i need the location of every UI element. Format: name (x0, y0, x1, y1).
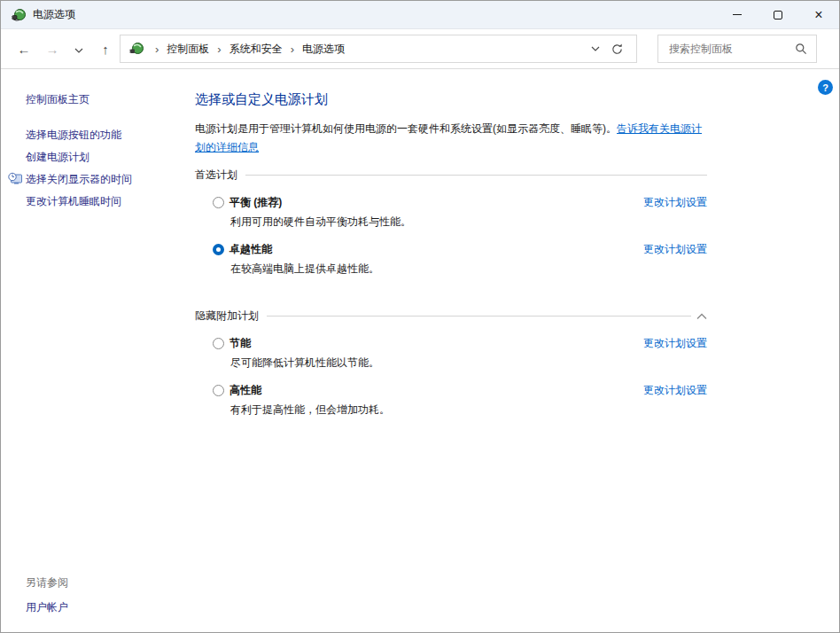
sidebar-item-label: 选择关闭显示器的时间 (26, 173, 132, 185)
close-button[interactable]: × (798, 1, 839, 28)
balanced-plan-radio[interactable] (213, 197, 224, 208)
search-icon[interactable] (795, 43, 807, 55)
titlebar: 电源选项 × (1, 1, 839, 29)
back-button[interactable]: ← (10, 42, 38, 57)
sidebar-item-create-power-plan[interactable]: 创建电源计划 (1, 146, 195, 168)
address-dropdown-chevron-icon[interactable] (585, 45, 606, 52)
section-hidden-plans-header: 隐藏附加计划 (195, 309, 707, 324)
sidebar: 控制面板主页 选择电源按钮的功能 创建电源计划 (1, 69, 195, 633)
window-title: 电源选项 (33, 7, 75, 22)
recent-pages-chevron-icon[interactable] (66, 42, 91, 57)
content-area: 控制面板主页 选择电源按钮的功能 创建电源计划 (1, 69, 839, 633)
breadcrumb-separator-icon: › (291, 43, 294, 56)
window-controls: × (717, 1, 839, 28)
high-performance-plan-radio[interactable] (213, 385, 224, 396)
breadcrumb-separator-icon: › (155, 43, 159, 56)
page-description: 电源计划是用于管理计算机如何使用电源的一套硬件和系统设置(如显示器亮度、睡眠等)… (195, 120, 707, 157)
breadcrumb-power-icon (129, 42, 144, 56)
sidebar-item-display-off-time[interactable]: 选择关闭显示器的时间 (1, 168, 195, 191)
change-plan-settings-link[interactable]: 更改计划设置 (643, 383, 707, 398)
change-plan-settings-link[interactable]: 更改计划设置 (643, 195, 707, 210)
search-input[interactable] (667, 42, 795, 56)
section-label: 首选计划 (195, 168, 237, 183)
forward-button[interactable]: → (38, 42, 66, 57)
sidebar-item-power-button-function[interactable]: 选择电源按钮的功能 (1, 124, 195, 146)
sidebar-item-label: 更改计算机睡眠时间 (26, 195, 121, 207)
change-plan-settings-link[interactable]: 更改计划设置 (643, 336, 707, 351)
description-text: 电源计划是用于管理计算机如何使用电源的一套硬件和系统设置(如显示器亮度、睡眠等)… (195, 122, 617, 135)
section-preferred-plans-header: 首选计划 (195, 168, 707, 183)
sidebar-item-label: 选择电源按钮的功能 (26, 129, 121, 141)
plan-row-power-saver: 节能 更改计划设置 尽可能降低计算机性能以节能。 (195, 336, 707, 371)
see-also-header: 另请参阅 (26, 575, 68, 590)
plan-description: 利用可用的硬件自动平衡功耗与性能。 (230, 215, 707, 230)
plan-name: 高性能 (229, 383, 261, 398)
plan-name: 节能 (229, 336, 251, 351)
up-button[interactable]: ↑ (91, 42, 120, 57)
plan-name: 平衡 (推荐) (229, 195, 282, 210)
sidebar-see-also: 另请参阅 用户帐户 (26, 575, 68, 615)
power-options-window: 电源选项 × ← → ↑ › 控制面板 (0, 0, 840, 633)
plan-description: 在较高端电脑上提供卓越性能。 (230, 262, 707, 277)
sidebar-item-sleep-time[interactable]: 更改计算机睡眠时间 (1, 191, 195, 213)
sidebar-item-control-panel-home[interactable]: 控制面板主页 (1, 92, 195, 106)
plan-description: 有利于提高性能，但会增加功耗。 (230, 402, 707, 418)
change-plan-settings-link[interactable]: 更改计划设置 (643, 242, 707, 257)
power-saver-plan-radio[interactable] (213, 338, 224, 349)
main-pane: 选择或自定义电源计划 电源计划是用于管理计算机如何使用电源的一套硬件和系统设置(… (195, 69, 707, 633)
breadcrumb-system-security[interactable]: 系统和安全 (229, 42, 283, 57)
breadcrumb-power-options[interactable]: 电源选项 (302, 42, 345, 57)
plan-name: 卓越性能 (229, 242, 272, 257)
sidebar-item-label: 创建电源计划 (26, 151, 89, 163)
plan-row-high-performance: 高性能 更改计划设置 有利于提高性能，但会增加功耗。 (195, 383, 707, 418)
section-label: 隐藏附加计划 (195, 309, 259, 324)
sleep-icon (8, 194, 22, 208)
search-box (657, 35, 817, 63)
plan-row-ultimate-performance: 卓越性能 更改计划设置 在较高端电脑上提供卓越性能。 (195, 242, 707, 277)
plan-row-balanced: 平衡 (推荐) 更改计划设置 利用可用的硬件自动平衡功耗与性能。 (195, 195, 707, 230)
address-bar[interactable]: › 控制面板 › 系统和安全 › 电源选项 (120, 35, 637, 63)
ultimate-performance-plan-radio[interactable] (213, 244, 224, 255)
display-clock-icon (8, 172, 22, 186)
collapse-chevron-up-icon[interactable] (696, 313, 707, 320)
minimize-button[interactable] (717, 1, 758, 28)
navigation-bar: ← → ↑ › 控制面板 › 系统和安全 › 电源选项 (1, 29, 839, 69)
help-button[interactable]: ? (818, 80, 833, 95)
maximize-button[interactable] (758, 1, 798, 28)
plan-description: 尽可能降低计算机性能以节能。 (230, 356, 707, 371)
section-divider (245, 175, 707, 176)
breadcrumb-separator-icon: › (217, 43, 221, 56)
page-title: 选择或自定义电源计划 (195, 91, 707, 108)
section-divider (267, 316, 691, 316)
power-options-app-icon (12, 8, 26, 22)
sidebar-task-list: 选择电源按钮的功能 创建电源计划 选择关闭 (1, 124, 195, 213)
sidebar-item-user-accounts[interactable]: 用户帐户 (26, 600, 68, 615)
breadcrumb-control-panel[interactable]: 控制面板 (167, 42, 209, 57)
refresh-icon[interactable] (606, 43, 627, 56)
